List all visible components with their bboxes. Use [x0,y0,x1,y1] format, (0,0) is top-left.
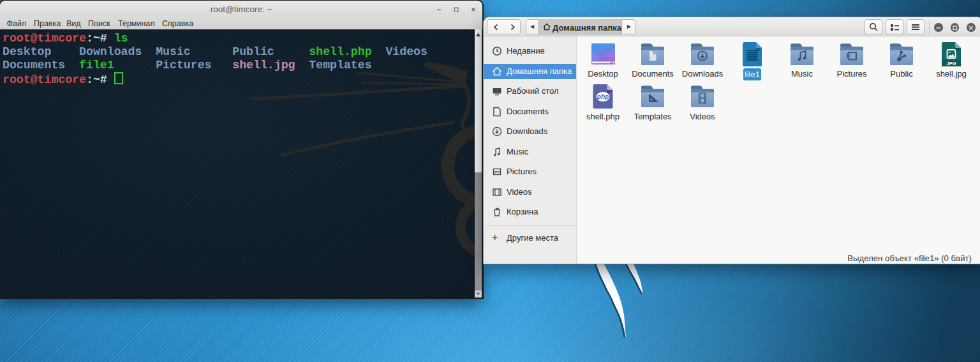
svg-text:JPG: JPG [946,60,956,66]
svg-text:php: php [597,93,609,100]
